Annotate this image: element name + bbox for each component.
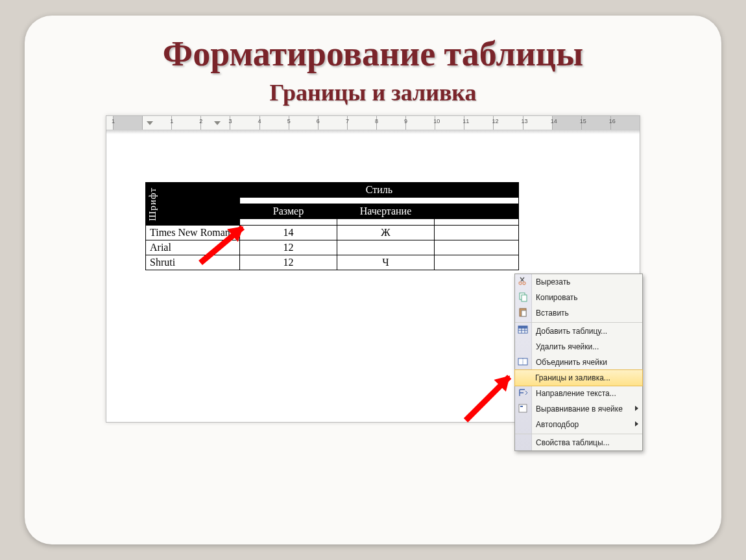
ruler-num: 1	[112, 118, 115, 124]
menu-merge-cells[interactable]: Объединить ячейки	[515, 355, 642, 370]
ruler-num: 12	[492, 118, 498, 124]
menu-insert-table[interactable]: Добавить таблицу...	[515, 322, 642, 339]
submenu-arrow-icon	[635, 421, 638, 426]
ruler[interactable]: 1 1 2 3 4 5 6 7 8 9 10 11 12 13 14 15 16	[106, 116, 640, 130]
label: Добавить таблицу...	[536, 327, 607, 336]
menu-borders-shading[interactable]: Границы и заливка...	[514, 369, 643, 386]
label: Объединить ячейки	[536, 358, 607, 367]
svg-rect-7	[518, 326, 527, 328]
ruler-num: 13	[522, 118, 528, 124]
cell-size[interactable]: 14	[240, 226, 337, 240]
slide: Форматирование таблицы Границы и заливка…	[25, 16, 721, 544]
ruler-num: 5	[287, 118, 291, 124]
paste-icon	[518, 307, 528, 318]
label: Границы и заливка...	[535, 373, 610, 382]
label: Выравнивание в ячейке	[536, 404, 623, 414]
slide-title: Форматирование таблицы	[25, 34, 721, 74]
context-menu[interactable]: Вырезать Копировать Вставить Добавить та…	[514, 274, 643, 451]
menu-paste[interactable]: Вставить	[515, 305, 642, 321]
label: Свойства таблицы...	[536, 438, 610, 447]
ruler-num: 4	[258, 118, 261, 124]
table-row[interactable]: Arial 12	[146, 240, 519, 255]
label: Автоподбор	[536, 420, 579, 429]
menu-text-direction[interactable]: Направление текста...	[515, 386, 642, 401]
label: Удалить ячейки...	[536, 342, 599, 351]
table-row[interactable]: Шрифт Стиль	[146, 183, 519, 198]
svg-rect-10	[520, 406, 523, 407]
menu-copy[interactable]: Копировать	[515, 290, 642, 305]
cell-face[interactable]: Ч	[337, 255, 435, 270]
submenu-arrow-icon	[635, 406, 638, 411]
ruler-num: 2	[199, 118, 202, 124]
label: Вырезать	[536, 277, 570, 286]
label: Копировать	[536, 293, 578, 302]
table-row[interactable]: Times New Roman 14 Ж	[146, 226, 519, 240]
ruler-num: 15	[580, 118, 586, 124]
align-icon	[518, 403, 528, 414]
col-size: Размер	[240, 204, 337, 219]
cut-icon	[518, 276, 528, 286]
merge-icon	[518, 356, 528, 367]
menu-table-properties[interactable]: Свойства таблицы...	[515, 434, 642, 450]
svg-point-0	[519, 282, 522, 285]
text-direction-icon	[518, 388, 528, 398]
ruler-num: 6	[317, 118, 320, 124]
indent-marker-icon[interactable]	[214, 121, 221, 128]
cell-font-name[interactable]: Shruti	[146, 255, 240, 270]
shade	[106, 130, 640, 134]
menu-cut[interactable]: Вырезать	[515, 274, 642, 290]
svg-rect-5	[522, 310, 526, 316]
ruler-num: 11	[463, 118, 469, 124]
ruler-num: 3	[228, 118, 232, 124]
menu-cell-alignment[interactable]: Выравнивание в ячейке	[515, 401, 642, 417]
cell-size[interactable]: 12	[240, 255, 337, 270]
ruler-num: 14	[551, 118, 557, 124]
col-face: Начертание	[337, 204, 435, 219]
font-vertical-header: Шрифт	[146, 183, 160, 225]
svg-rect-3	[522, 295, 527, 301]
ruler-num: 9	[404, 118, 407, 124]
svg-point-1	[523, 282, 525, 285]
label: Вставить	[536, 309, 569, 318]
copy-icon	[518, 292, 528, 302]
menu-delete-cells[interactable]: Удалить ячейки...	[515, 339, 642, 355]
ruler-num: 1	[170, 118, 173, 124]
ruler-num: 16	[609, 118, 616, 124]
ruler-num: 10	[433, 118, 440, 124]
svg-rect-9	[519, 404, 527, 412]
table-icon	[518, 325, 528, 335]
ruler-num: 7	[346, 118, 349, 124]
style-header: Стиль	[240, 183, 519, 198]
slide-subtitle: Границы и заливка	[25, 79, 721, 106]
label: Направление текста...	[536, 389, 616, 398]
ruler-num: 8	[375, 118, 378, 124]
cell-face[interactable]: Ж	[337, 226, 435, 240]
indent-marker-icon[interactable]	[147, 121, 153, 128]
cell-size[interactable]: 12	[240, 240, 337, 255]
cell-face[interactable]	[337, 240, 435, 255]
menu-autofit[interactable]: Автоподбор	[515, 417, 642, 432]
sample-table[interactable]: Шрифт Стиль Размер Начертание Times New …	[145, 182, 519, 270]
